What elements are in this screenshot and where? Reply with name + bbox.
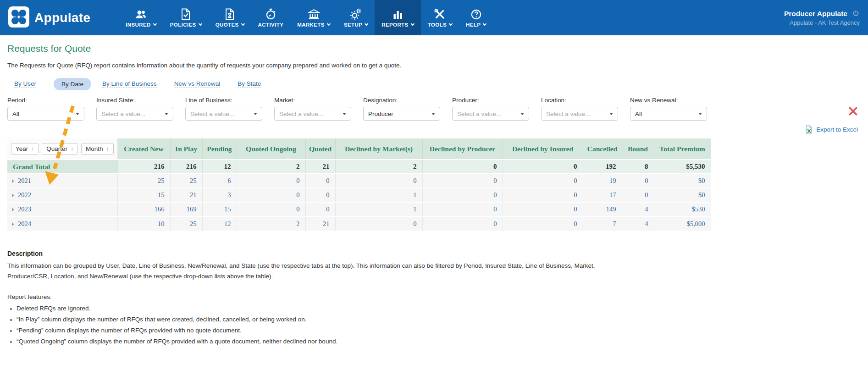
year-row-label[interactable]: 2023 [7,202,117,216]
app-logo[interactable]: Appulate [8,6,90,29]
table-cell: 1 [335,188,422,202]
power-icon[interactable] [852,10,860,17]
nav-label-row: TOOLS [428,22,452,28]
brand-name: Appulate [34,11,90,25]
table-cell: 0 [237,188,305,202]
nav-item-label: INSURED [126,22,151,28]
user-menu[interactable]: Producer Appulate [784,10,860,18]
year-label-text: 2023 [18,205,31,213]
filter-insured-state: Insured State:Select a value... [96,97,178,121]
market-dropdown[interactable]: Select a value... [274,107,351,121]
expand-triangle-icon[interactable] [12,208,14,211]
grand-total-row: Grand Total216216122212001928$5,530 [7,160,711,174]
agency-name: Appulate - AK Test Agency [784,19,860,26]
main-content: Requests for Quote The Requests for Quot… [0,43,868,345]
expand-triangle-icon[interactable] [12,222,14,226]
table-cell: 25 [117,174,170,188]
nav-item-label: TOOLS [428,22,447,28]
nav-item-label: QUOTES [216,22,239,28]
tab-by-line-of-business[interactable]: By Line of Business [102,80,157,88]
year-row-label[interactable]: 2022 [7,188,117,202]
expand-triangle-icon[interactable] [12,179,14,183]
question-icon [470,8,482,20]
table-cell: 4 [622,202,654,216]
dropdown-caret-icon [254,113,257,115]
column-header: In Play [170,138,202,160]
nav-label-row: ACTIVITY [258,22,284,28]
designation-dropdown[interactable]: Producer [363,107,440,121]
page-intro: The Requests for Quote (RFQ) report cont… [7,62,861,69]
year-row-label[interactable]: 2021 [7,174,117,188]
nav-label-row: QUOTES [216,22,244,28]
new-vs-renewal-dropdown[interactable]: All [630,107,707,121]
year-row-label[interactable]: 2024 [7,216,117,231]
tab-by-state[interactable]: By State [238,80,261,88]
table-cell: 15 [117,188,170,202]
clear-filters-icon[interactable] [848,106,858,118]
nav-item-label: SETUP [344,22,362,28]
table-cell: 149 [583,202,622,216]
table-cell: $0 [654,188,711,202]
grand-total-value: 12 [202,160,237,174]
filter-location: Location:Select a value... [541,97,623,121]
table-cell: 4 [622,216,654,231]
chevron-down-icon [410,22,414,26]
user-name: Producer Appulate [784,10,847,18]
group-by-month-button[interactable]: Month↑ [81,143,114,155]
table-header-row: Year↑Quarter↑Month↑Created NewIn PlayPen… [7,138,711,160]
feature-bullet: “Pending” column displays the number of … [7,327,640,334]
nav-item-policies[interactable]: POLICIES [163,0,209,35]
column-header: Pending [202,138,237,160]
export-to-excel-link[interactable]: Export to Excel [816,126,858,133]
nav-item-help[interactable]: HELP [459,0,493,35]
tab-by-date[interactable]: By Date [54,78,91,90]
expand-triangle-icon[interactable] [12,193,14,197]
table-cell: 10 [117,216,170,231]
nav-item-label: ACTIVITY [258,22,284,28]
table-cell: 0 [237,202,305,216]
nav-label-row: POLICIES [170,22,202,28]
table-cell: 169 [170,202,202,216]
year-row-2023: 202316616915001001494$530 [7,202,711,216]
table-cell: $0 [654,174,711,188]
table-cell: 17 [583,188,622,202]
line-of-business-dropdown[interactable]: Select a value... [185,107,262,121]
filters-row: Period:AllInsured State:Select a value..… [7,97,861,121]
dropdown-value: Select a value... [279,110,343,117]
group-by-quarter-button[interactable]: Quarter↑ [42,143,78,155]
nav-item-markets[interactable]: MARKETS [290,0,337,35]
people-icon [135,8,147,20]
export-row: Export to Excel [7,125,861,134]
nav-item-insured[interactable]: INSURED [119,0,163,35]
dropdown-caret-icon [431,113,435,115]
tab-by-user[interactable]: By User [14,80,36,88]
dropdown-caret-icon [698,113,702,115]
nav-item-quotes[interactable]: QUOTES [209,0,251,35]
dropdown-caret-icon [165,113,168,115]
table-cell: 0 [622,174,654,188]
producer-dropdown[interactable]: Select a value... [452,107,529,121]
tab-new-vs-renewal[interactable]: New vs Renewal [174,80,221,88]
nav-item-reports[interactable]: REPORTS [375,0,420,35]
nav-item-setup[interactable]: SETUP [337,0,375,35]
table-cell: 1 [335,202,422,216]
table-cell: 21 [305,216,335,231]
dropdown-value: All [635,110,698,117]
year-label-text: 2022 [18,191,31,199]
nav-item-tools[interactable]: TOOLS [421,0,459,35]
group-button-label: Month [86,145,103,152]
insured-state-dropdown[interactable]: Select a value... [96,107,173,121]
dropdown-value: Select a value... [457,110,520,117]
group-by-year-button[interactable]: Year↑ [11,143,39,155]
sort-ascending-icon: ↑ [106,146,109,152]
chevron-down-icon [327,22,331,26]
table-cell: 0 [305,188,335,202]
period-dropdown[interactable]: All [7,107,84,121]
nav-item-activity[interactable]: ACTIVITY [251,0,291,35]
nav-label-row: SETUP [344,22,368,28]
grand-total-value: 216 [170,160,202,174]
location-dropdown[interactable]: Select a value... [541,107,618,121]
filter-label: Market: [274,97,356,104]
table-cell: 25 [170,174,202,188]
gears-icon [350,8,362,20]
